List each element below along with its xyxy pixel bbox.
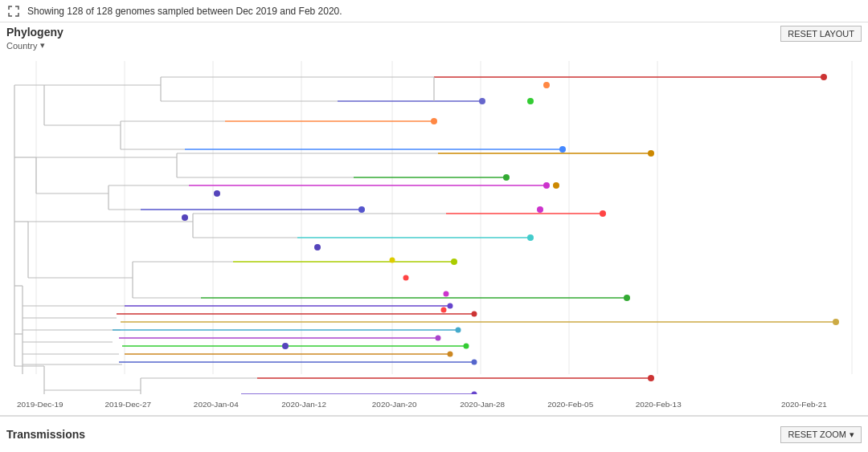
dropdown-arrow-icon: ▾	[40, 40, 45, 51]
phylogeny-tree-svg	[0, 61, 868, 394]
svg-point-56	[431, 118, 437, 124]
svg-point-82	[456, 328, 461, 333]
svg-point-122	[441, 307, 447, 313]
svg-text:2020-Feb-13: 2020-Feb-13	[636, 400, 682, 409]
svg-point-88	[448, 352, 453, 357]
svg-point-60	[648, 150, 654, 157]
panel-header: Phylogeny Country ▾ RESET LAYOUT	[0, 22, 868, 52]
svg-point-114	[214, 190, 220, 197]
svg-point-121	[444, 291, 449, 297]
svg-point-115	[182, 214, 188, 221]
transmissions-title: Transmissions	[6, 428, 85, 441]
genome-info-text: Showing 128 of 128 genomes sampled betwe…	[27, 6, 342, 17]
svg-point-74	[624, 295, 630, 301]
svg-point-76	[448, 303, 453, 309]
svg-text:2020-Jan-28: 2020-Jan-28	[460, 400, 505, 409]
svg-point-117	[282, 343, 289, 349]
svg-point-116	[314, 244, 321, 250]
svg-point-53	[479, 98, 485, 104]
svg-point-70	[527, 234, 534, 241]
reset-layout-button[interactable]: RESET LAYOUT	[780, 26, 862, 42]
svg-point-66	[358, 206, 365, 213]
x-axis: 2019-Dec-19 2019-Dec-27 2020-Jan-04 2020…	[0, 393, 868, 415]
svg-point-128	[553, 182, 559, 189]
svg-point-120	[403, 275, 409, 281]
svg-point-51	[821, 74, 827, 80]
svg-point-129	[537, 206, 543, 213]
svg-point-86	[464, 344, 469, 349]
svg-text:2020-Jan-12: 2020-Jan-12	[281, 400, 326, 409]
top-info-bar: Showing 128 of 128 genomes sampled betwe…	[0, 0, 868, 22]
reset-zoom-button[interactable]: RESET ZOOM ▾	[780, 426, 862, 443]
svg-point-72	[451, 259, 457, 265]
svg-point-78	[472, 312, 477, 317]
svg-point-126	[543, 82, 550, 88]
svg-text:2020-Jan-20: 2020-Jan-20	[372, 400, 417, 409]
svg-text:2019-Dec-27: 2019-Dec-27	[105, 400, 152, 409]
svg-point-62	[503, 174, 510, 181]
bottom-bar: Transmissions RESET ZOOM ▾	[0, 416, 868, 452]
svg-point-68	[600, 210, 606, 217]
dropdown-arrow-icon: ▾	[850, 430, 854, 440]
svg-point-58	[559, 146, 566, 153]
svg-point-90	[472, 360, 477, 365]
expand-icon[interactable]	[6, 4, 21, 18]
phylogeny-panel: Phylogeny Country ▾ RESET LAYOUT	[0, 22, 868, 416]
svg-text:2020-Feb-05: 2020-Feb-05	[547, 400, 593, 409]
phylogeny-title: Phylogeny	[6, 26, 63, 39]
svg-point-119	[390, 258, 395, 263]
svg-text:2020-Jan-04: 2020-Jan-04	[194, 400, 239, 409]
svg-text:2020-Feb-21: 2020-Feb-21	[781, 400, 827, 409]
svg-point-84	[436, 336, 441, 341]
svg-point-80	[833, 319, 839, 325]
country-dropdown[interactable]: Country ▾	[6, 40, 63, 51]
svg-point-127	[527, 98, 534, 104]
svg-text:2019-Dec-19: 2019-Dec-19	[17, 400, 63, 409]
svg-point-99	[648, 375, 654, 381]
svg-point-64	[543, 182, 550, 189]
